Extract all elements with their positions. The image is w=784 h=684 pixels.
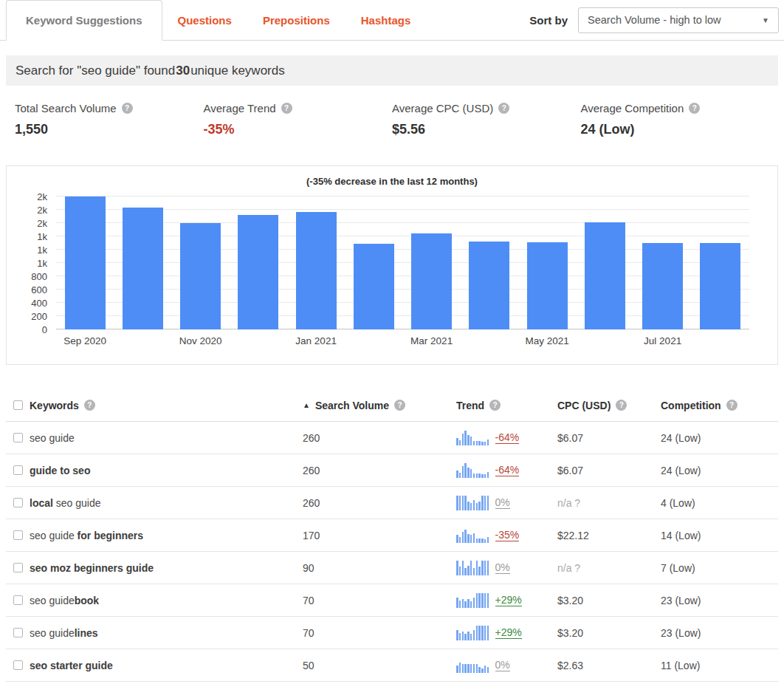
- chart-bar: [700, 243, 740, 329]
- trend-cell: 0%: [456, 496, 557, 510]
- sparkline-bar: [481, 442, 484, 445]
- trend-percent-link[interactable]: -64%: [495, 431, 520, 444]
- cpc-value[interactable]: n/a ?: [557, 562, 661, 574]
- header-trend[interactable]: Trend ?: [456, 400, 557, 411]
- keyword-segment: seo guide: [30, 627, 75, 639]
- sparkline-bar: [462, 632, 464, 640]
- search-volume-value: 260: [303, 465, 456, 476]
- chart-bar: [585, 222, 625, 329]
- header-search-volume[interactable]: ▲ Search Volume ?: [303, 400, 456, 411]
- tab-questions[interactable]: Questions: [162, 0, 247, 40]
- sparkline-bar: [487, 561, 489, 575]
- trend-percent-link[interactable]: +29%: [495, 594, 522, 606]
- y-axis-tick-label: 2k: [37, 218, 47, 229]
- y-axis-tick-label: 2k: [37, 205, 47, 216]
- table-row: seo guide260-64%$6.0724 (Low): [6, 422, 778, 454]
- header-keywords[interactable]: Keywords ?: [30, 400, 303, 411]
- sparkline-bar: [464, 601, 467, 607]
- row-checkbox[interactable]: [13, 595, 23, 605]
- search-volume-value: 50: [303, 660, 456, 671]
- sparkline-bar: [470, 601, 472, 608]
- sparkline-bar: [473, 533, 475, 542]
- tab-prepositions[interactable]: Prepositions: [247, 0, 345, 40]
- stat-value: $5.56: [392, 122, 581, 137]
- sparkline-bar: [478, 473, 481, 477]
- keyword-segment-bold: seo starter guide: [30, 660, 113, 671]
- help-icon[interactable]: ?: [122, 103, 133, 114]
- help-icon[interactable]: ?: [726, 400, 737, 411]
- sparkline-bar: [487, 472, 489, 478]
- sparkline-bar: [459, 633, 461, 640]
- chart-bar: [642, 243, 683, 329]
- sparkline-bar: [478, 502, 481, 510]
- select-all-checkbox[interactable]: [13, 400, 23, 410]
- table-header: Keywords ? ▲ Search Volume ? Trend ? CPC…: [6, 389, 778, 422]
- sparkline-bar: [481, 538, 484, 542]
- sparkline-bar: [459, 601, 461, 607]
- chart-bar: [123, 208, 163, 329]
- help-icon[interactable]: ?: [394, 400, 405, 411]
- sparkline-bar: [481, 474, 484, 477]
- trend-cell: -64%: [456, 463, 557, 478]
- sparkline-bar: [456, 438, 458, 445]
- sparkline-bar: [456, 561, 458, 575]
- sort-dropdown[interactable]: Search Volume - high to low ▼: [578, 7, 779, 33]
- help-icon[interactable]: ?: [489, 400, 501, 411]
- row-checkbox[interactable]: [13, 530, 23, 540]
- cpc-value: $22.12: [557, 530, 661, 541]
- tab-hashtags[interactable]: Hashtags: [345, 0, 427, 40]
- sort-dropdown-value: Search Volume - high to low: [588, 14, 721, 26]
- sparkline-bar: [476, 441, 478, 445]
- header-cpc[interactable]: CPC (USD) ?: [557, 400, 661, 411]
- sparkline-bar: [467, 664, 470, 673]
- row-checkbox[interactable]: [13, 563, 23, 572]
- sparkline-bar: [476, 538, 478, 543]
- sparkline-bar: [462, 434, 464, 445]
- trend-percent-link[interactable]: 0%: [495, 561, 510, 574]
- sparkline-bar: [487, 440, 489, 445]
- sparkline-bar: [484, 626, 486, 640]
- trend-percent-link[interactable]: +29%: [495, 626, 522, 639]
- trend-percent-link[interactable]: -64%: [495, 464, 520, 476]
- competition-value: 7 (Low): [661, 562, 778, 574]
- sparkline-bar: [484, 474, 486, 477]
- row-checkbox[interactable]: [13, 433, 23, 442]
- row-checkbox[interactable]: [13, 628, 23, 637]
- cpc-value[interactable]: n/a ?: [557, 497, 661, 509]
- row-checkbox[interactable]: [13, 465, 23, 475]
- sparkline-bar: [484, 561, 486, 575]
- trend-percent-link[interactable]: 0%: [495, 496, 510, 509]
- chart-bar: [411, 233, 452, 329]
- sparkline-bar: [459, 496, 461, 510]
- sparkline-bar: [484, 666, 486, 672]
- help-icon[interactable]: ?: [616, 400, 627, 411]
- sort-area: Sort by Search Volume - high to low ▼: [529, 0, 784, 40]
- sparkline-bar: [470, 437, 472, 445]
- trend-percent-link[interactable]: 0%: [495, 659, 510, 671]
- keyword-segment-bold: local: [30, 497, 53, 509]
- help-icon[interactable]: ?: [84, 400, 95, 411]
- y-axis-tick-label: 400: [31, 298, 47, 309]
- competition-value: 4 (Low): [661, 497, 778, 509]
- sparkline-bar: [487, 537, 489, 542]
- keyword-text: seo guide for beginners: [30, 530, 303, 541]
- row-checkbox[interactable]: [13, 660, 23, 670]
- help-icon[interactable]: ?: [689, 103, 700, 114]
- table-body: seo guide260-64%$6.0724 (Low)guide to se…: [6, 422, 778, 682]
- stat-average-cpc: Average CPC (USD)?$5.56: [392, 102, 581, 137]
- tab-keyword-suggestions[interactable]: Keyword Suggestions: [6, 0, 162, 41]
- chart-bars: [56, 196, 749, 329]
- sparkline-bar: [464, 530, 467, 543]
- row-checkbox[interactable]: [13, 498, 23, 507]
- sparkline-bar: [478, 626, 481, 640]
- chart-title: (-35% decrease in the last 12 months): [7, 176, 777, 187]
- trend-percent-link[interactable]: -35%: [495, 529, 520, 541]
- header-competition[interactable]: Competition ?: [661, 400, 778, 411]
- sparkline-bar: [473, 441, 475, 445]
- sparkline-bar: [473, 473, 475, 478]
- help-icon[interactable]: ?: [281, 103, 292, 114]
- help-icon[interactable]: ?: [498, 103, 509, 114]
- sparkline-bar: [470, 469, 472, 477]
- x-axis-tick-label: Mar 2021: [410, 335, 453, 346]
- chart-bar: [65, 196, 106, 329]
